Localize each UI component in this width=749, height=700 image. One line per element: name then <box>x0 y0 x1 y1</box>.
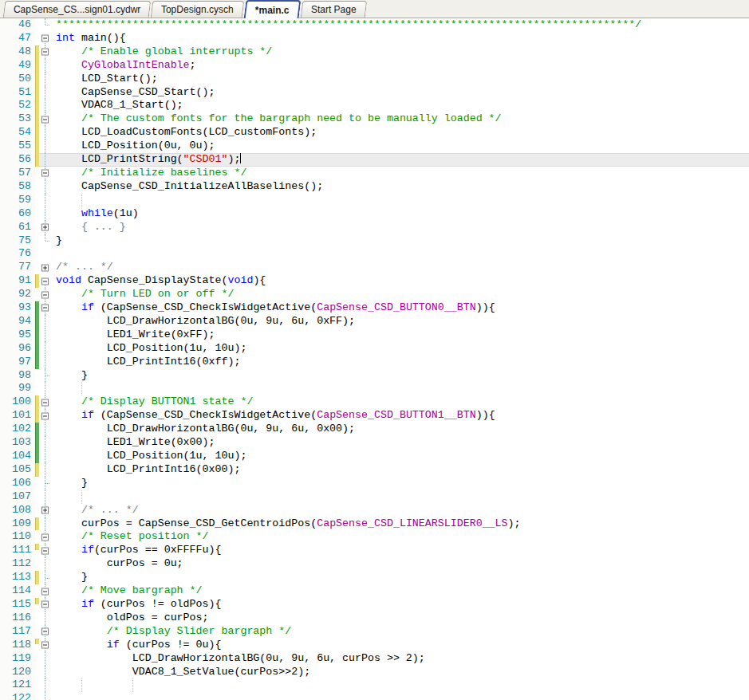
code-line-97[interactable]: 97 LCD_PrintInt16(0xff); <box>0 356 749 369</box>
token: CapSense_DisplayState( <box>81 274 228 286</box>
code-line-115[interactable]: 115 if (curPos != oldPos){ <box>0 598 749 612</box>
fold-toggle-icon[interactable] <box>39 112 53 126</box>
code-line-114[interactable]: 114 /* Move bargraph */ <box>0 584 749 598</box>
tab-0[interactable]: CapSense_CS...sign01.cydwr <box>3 1 152 18</box>
code-line-99[interactable]: 99 <box>0 382 749 395</box>
code-line-118[interactable]: 118 if (curPos != 0u){ <box>0 639 749 652</box>
code-line-54[interactable]: 54 LCD_LoadCustomFonts(LCD_customFonts); <box>0 126 749 140</box>
fold-toggle-icon[interactable] <box>39 395 53 409</box>
tab-3[interactable]: Start Page <box>301 1 367 18</box>
fold-toggle-icon[interactable] <box>39 167 53 180</box>
fold-toggle-icon[interactable] <box>39 45 53 59</box>
tab-2[interactable]: *main.c <box>244 0 302 18</box>
code-line-93[interactable]: 93 if (CapSense_CSD_CheckIsWidgetActive(… <box>0 301 749 315</box>
code-line-121[interactable]: 121 <box>0 678 749 692</box>
code-line-55[interactable]: 55 LCD_Position(0u, 0u); <box>0 140 749 153</box>
code-line-117[interactable]: 117 /* Display Slider bargraph */ <box>0 625 749 639</box>
line-number: 104 <box>0 450 35 463</box>
code-line-107[interactable]: 107 <box>0 490 749 504</box>
line-number: 107 <box>0 490 35 504</box>
collapse-minus-icon[interactable] <box>41 412 49 419</box>
fold-toggle-icon[interactable] <box>39 301 53 315</box>
fold-toggle-icon[interactable] <box>39 261 53 274</box>
collapse-minus-icon[interactable] <box>41 399 49 406</box>
code-line-116[interactable]: 116 oldPos = curPos; <box>0 612 749 625</box>
code-line-49[interactable]: 49 CyGlobalIntEnable; <box>0 59 749 73</box>
fold-toggle-icon[interactable] <box>39 409 53 423</box>
code-line-50[interactable]: 50 LCD_Start(); <box>0 73 749 86</box>
code-line-104[interactable]: 104 LCD_Position(1u, 10u); <box>0 450 749 463</box>
code-line-47[interactable]: 47int main(){ <box>0 32 749 45</box>
code-line-106[interactable]: 106 } <box>0 477 749 490</box>
code-line-58[interactable]: 58 CapSense_CSD_InitializeAllBaselines()… <box>0 180 749 194</box>
fold-toggle-icon[interactable] <box>39 584 53 598</box>
line-number: 105 <box>0 463 35 477</box>
code-line-113[interactable]: 113 } <box>0 571 749 584</box>
collapse-minus-icon[interactable] <box>41 642 49 649</box>
collapse-minus-icon[interactable] <box>41 305 49 312</box>
code-line-91[interactable]: 91void CapSense_DisplayState(void){ <box>0 274 749 288</box>
line-number: 110 <box>0 530 35 544</box>
fold-toggle-icon[interactable] <box>39 625 53 639</box>
collapse-minus-icon[interactable] <box>41 533 49 541</box>
tab-1[interactable]: TopDesign.cysch <box>151 1 244 18</box>
code-line-61[interactable]: 61 { ... } <box>0 221 749 234</box>
code-line-60[interactable]: 60 while(1u) <box>0 207 749 221</box>
code-line-112[interactable]: 112 curPos = 0u; <box>0 557 749 571</box>
collapse-minus-icon[interactable] <box>41 277 49 285</box>
code-line-109[interactable]: 109 curPos = CapSense_CSD_GetCentroidPos… <box>0 517 749 531</box>
code-line-120[interactable]: 120 VDAC8_1_SetValue(curPos>>2); <box>0 666 749 679</box>
collapse-minus-icon[interactable] <box>41 116 49 123</box>
code-line-111[interactable]: 111 if(curPos == 0xFFFFu){ <box>0 544 749 557</box>
code-line-100[interactable]: 100 /* Display BUTTON1 state */ <box>0 395 749 409</box>
expand-plus-icon[interactable] <box>41 507 49 514</box>
code-line-48[interactable]: 48 /* Enable global interrupts */ <box>0 45 749 59</box>
fold-toggle-icon[interactable] <box>39 221 53 234</box>
fold-toggle-icon[interactable] <box>39 32 53 45</box>
code-line-101[interactable]: 101 if (CapSense_CSD_CheckIsWidgetActive… <box>0 409 749 423</box>
code-line-92[interactable]: 92 /* Turn LED on or off */ <box>0 288 749 301</box>
code-line-51[interactable]: 51 CapSense_CSD_Start(); <box>0 86 749 100</box>
code-line-77[interactable]: 77/* ... */ <box>0 261 749 274</box>
code-line-105[interactable]: 105 LCD_PrintInt16(0x00); <box>0 463 749 477</box>
collapse-minus-icon[interactable] <box>41 628 49 635</box>
code-line-122[interactable]: 122 <box>0 692 749 700</box>
collapse-minus-icon[interactable] <box>41 170 49 177</box>
collapse-minus-icon[interactable] <box>41 601 49 608</box>
fold-toggle-icon[interactable] <box>39 530 53 544</box>
code-line-110[interactable]: 110 /* Reset position */ <box>0 530 749 544</box>
code-line-96[interactable]: 96 LCD_Position(1u, 10u); <box>0 342 749 356</box>
collapse-minus-icon[interactable] <box>41 35 49 42</box>
expand-plus-icon[interactable] <box>41 224 49 231</box>
collapse-minus-icon[interactable] <box>41 588 49 595</box>
collapse-minus-icon[interactable] <box>41 291 49 298</box>
code-line-94[interactable]: 94 LCD_DrawHorizontalBG(0u, 9u, 6u, 0xFF… <box>0 315 749 328</box>
fold-toggle-icon[interactable] <box>39 288 53 301</box>
expand-plus-icon[interactable] <box>41 264 49 271</box>
fold-toggle-icon[interactable] <box>39 504 53 517</box>
code-line-95[interactable]: 95 LED1_Write(0xFF); <box>0 328 749 342</box>
collapse-minus-icon[interactable] <box>41 49 49 56</box>
token: /* ... */ <box>56 261 113 273</box>
code-line-108[interactable]: 108 /* ... */ <box>0 504 749 517</box>
code-line-76[interactable]: 76 <box>0 247 749 261</box>
code-line-103[interactable]: 103 LED1_Write(0x00); <box>0 436 749 450</box>
code-line-57[interactable]: 57 /* Initialize baselines */ <box>0 167 749 180</box>
fold-toggle-icon[interactable] <box>39 544 53 557</box>
fold-toggle-icon[interactable] <box>39 639 53 652</box>
code-line-56[interactable]: 56 LCD_PrintString("CSD01"); <box>0 153 749 167</box>
fold-toggle-icon[interactable] <box>39 274 53 288</box>
code-line-102[interactable]: 102 LCD_DrawHorizontalBG(0u, 9u, 6u, 0x0… <box>0 423 749 436</box>
code-line-75[interactable]: 75} <box>0 234 749 248</box>
collapse-minus-icon[interactable] <box>41 547 49 554</box>
token: if <box>81 409 94 421</box>
code-line-52[interactable]: 52 VDAC8_1_Start(); <box>0 99 749 112</box>
fold-toggle-icon[interactable] <box>39 598 53 612</box>
code-line-53[interactable]: 53 /* The custom fonts for the bargraph … <box>0 112 749 126</box>
fold-guide <box>39 463 53 477</box>
code-line-119[interactable]: 119 LCD_DrawHorizontalBG(0u, 9u, 6u, cur… <box>0 652 749 666</box>
line-number: 59 <box>0 194 35 207</box>
code-line-46[interactable]: 46**************************************… <box>0 18 749 32</box>
code-line-59[interactable]: 59 <box>0 194 749 207</box>
code-line-98[interactable]: 98 } <box>0 369 749 383</box>
